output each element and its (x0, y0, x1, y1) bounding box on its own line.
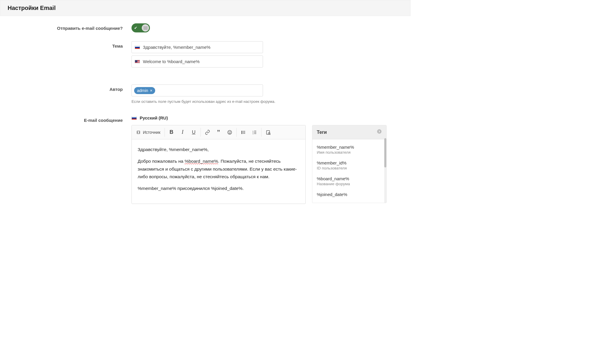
flag-ru-icon (135, 46, 140, 49)
author-input[interactable]: admin × (131, 84, 263, 96)
toggle-knob-icon (142, 24, 149, 32)
italic-button[interactable]: I (177, 127, 188, 138)
tag-key: %member_name% (317, 145, 382, 150)
svg-line-18 (270, 134, 270, 135)
emoji-icon (227, 130, 232, 135)
scrollbar-thumb[interactable] (384, 138, 386, 167)
flag-ru-icon (131, 116, 137, 120)
author-tag-text: admin (137, 88, 148, 93)
bold-button[interactable]: B (166, 127, 177, 138)
svg-text:3: 3 (252, 133, 253, 134)
section-header: Настройки Email (0, 0, 411, 16)
preview-button[interactable] (263, 127, 274, 138)
editor-paragraph: Добро пожаловать на %board_name%. Пожалу… (138, 157, 300, 181)
bullet-list-button[interactable] (238, 127, 249, 138)
svg-point-19 (377, 129, 382, 134)
svg-point-6 (241, 133, 242, 134)
quote-button[interactable]: ” (213, 127, 224, 138)
preview-icon (266, 130, 271, 135)
flag-us-icon (135, 60, 140, 63)
message-lang-heading: Русский (RU) (131, 115, 400, 120)
subject-field-ru[interactable] (143, 45, 260, 50)
subject-field-en[interactable] (143, 59, 260, 64)
editor-body[interactable]: Здравствуйте, %member_name%, Добро пожал… (132, 139, 305, 204)
author-hint: Если оставить поле пустым будет использо… (131, 99, 307, 104)
subject-label: Тема (1, 41, 131, 48)
tags-panel-header[interactable]: Теги (312, 125, 386, 139)
bullet-list-icon (241, 130, 246, 135)
editor-paragraph: Здравствуйте, %member_name%, (138, 146, 300, 153)
source-icon (136, 130, 141, 135)
subject-input-en[interactable] (131, 56, 263, 67)
section-title: Настройки Email (8, 5, 403, 11)
toolbar-separator (165, 128, 165, 137)
tags-panel-body: %member_name% Имя пользователя %member_i… (312, 139, 386, 203)
numbered-list-icon: 123 (252, 130, 257, 135)
tag-item[interactable]: %member_name% Имя пользователя (312, 142, 386, 157)
link-button[interactable] (202, 127, 213, 138)
toolbar-separator (200, 128, 201, 137)
message-label: E-mail сообщение (1, 115, 131, 123)
emoji-button[interactable] (224, 127, 235, 138)
subject-input-ru[interactable] (131, 41, 263, 53)
svg-point-3 (230, 131, 231, 132)
toolbar-separator (261, 128, 262, 137)
author-tag-remove-icon[interactable]: × (150, 88, 152, 93)
source-label: Источник (143, 130, 160, 135)
tag-desc: Название форума (317, 182, 382, 186)
message-lang-text: Русский (RU) (140, 115, 168, 120)
link-icon (205, 130, 210, 135)
tag-desc: Имя пользователя (317, 150, 382, 155)
tag-key: %board_name% (317, 176, 382, 181)
tag-desc: ID пользователя (317, 166, 382, 170)
tag-item[interactable]: %board_name% Название форума (312, 173, 386, 189)
svg-point-5 (241, 132, 242, 132)
svg-point-1 (228, 130, 232, 134)
author-tag[interactable]: admin × (134, 87, 155, 94)
underline-button[interactable]: U (188, 127, 199, 138)
scrollbar[interactable] (384, 138, 386, 203)
send-email-label: Отправить e-mail сообщение? (1, 23, 131, 31)
check-icon: ✔ (134, 26, 137, 30)
editor-toolbar: Источник B I U ” (132, 125, 305, 139)
tags-panel: Теги %member_name% Имя пользователя (312, 125, 387, 203)
editor-paragraph: %member_name% присоединился %joined_date… (138, 185, 300, 192)
rich-text-editor: Источник B I U ” (131, 125, 306, 204)
source-button[interactable]: Источник (134, 127, 163, 138)
tag-item[interactable]: %joined_date% (312, 189, 386, 200)
numbered-list-button[interactable]: 123 (249, 127, 260, 138)
tag-key: %member_id% (317, 160, 382, 165)
chevron-right-icon (377, 129, 382, 136)
svg-point-4 (241, 131, 242, 131)
svg-point-2 (229, 131, 229, 132)
send-email-toggle[interactable]: ✔ (131, 23, 150, 32)
tag-item[interactable]: %member_id% ID пользователя (312, 157, 386, 173)
tags-panel-title: Теги (317, 130, 327, 135)
quote-icon: ” (217, 129, 220, 136)
author-label: Автор (1, 84, 131, 92)
toolbar-separator (236, 128, 237, 137)
tag-key: %joined_date% (317, 192, 382, 197)
